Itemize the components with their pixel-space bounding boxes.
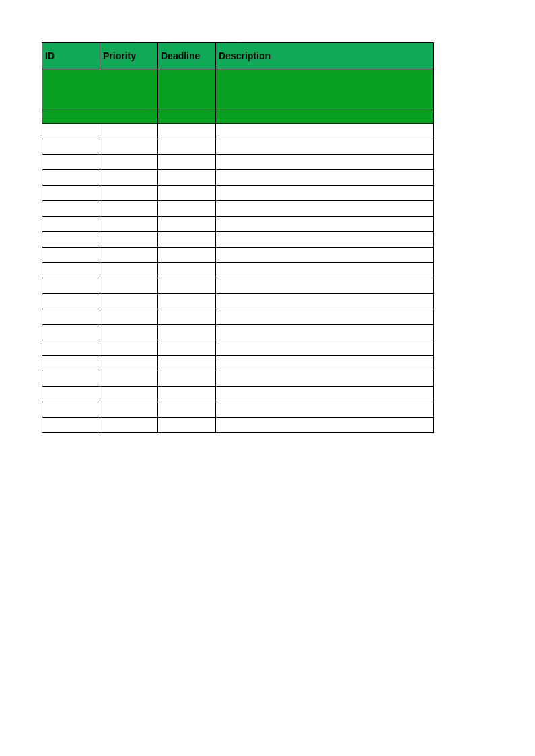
cell-deadline[interactable] bbox=[158, 294, 216, 309]
cell-description[interactable] bbox=[216, 325, 434, 340]
cell-deadline[interactable] bbox=[158, 418, 216, 433]
cell-description[interactable] bbox=[216, 232, 434, 248]
cell-priority[interactable] bbox=[100, 294, 158, 309]
table-row[interactable] bbox=[42, 155, 434, 170]
cell-deadline[interactable] bbox=[158, 325, 216, 340]
cell-priority[interactable] bbox=[100, 309, 158, 325]
cell-priority[interactable] bbox=[100, 371, 158, 387]
table-row[interactable] bbox=[42, 340, 434, 356]
cell-priority[interactable] bbox=[100, 418, 158, 433]
cell-deadline[interactable] bbox=[158, 155, 216, 170]
cell-description[interactable] bbox=[216, 340, 434, 356]
table-row[interactable] bbox=[42, 325, 434, 340]
cell-description[interactable] bbox=[216, 278, 434, 294]
cell-deadline[interactable] bbox=[158, 278, 216, 294]
cell-id[interactable] bbox=[42, 263, 100, 278]
cell-description[interactable] bbox=[216, 139, 434, 155]
cell-id[interactable] bbox=[42, 278, 100, 294]
cell-priority[interactable] bbox=[100, 402, 158, 418]
table-row[interactable] bbox=[42, 124, 434, 139]
table-row[interactable] bbox=[42, 217, 434, 232]
table-row[interactable] bbox=[42, 278, 434, 294]
cell-description[interactable] bbox=[216, 387, 434, 402]
cell-id[interactable] bbox=[42, 248, 100, 263]
table-row[interactable] bbox=[42, 139, 434, 155]
cell-priority[interactable] bbox=[100, 278, 158, 294]
table-row[interactable] bbox=[42, 248, 434, 263]
cell-priority[interactable] bbox=[100, 139, 158, 155]
cell-priority[interactable] bbox=[100, 356, 158, 371]
cell-priority[interactable] bbox=[100, 387, 158, 402]
table-row[interactable] bbox=[42, 201, 434, 217]
cell-id[interactable] bbox=[42, 201, 100, 217]
cell-priority[interactable] bbox=[100, 325, 158, 340]
table-row[interactable] bbox=[42, 371, 434, 387]
cell-deadline[interactable] bbox=[158, 263, 216, 278]
cell-description[interactable] bbox=[216, 248, 434, 263]
cell-id[interactable] bbox=[42, 325, 100, 340]
table-row[interactable] bbox=[42, 309, 434, 325]
cell-priority[interactable] bbox=[100, 124, 158, 139]
cell-id[interactable] bbox=[42, 356, 100, 371]
cell-id[interactable] bbox=[42, 155, 100, 170]
table-row[interactable] bbox=[42, 294, 434, 309]
cell-id[interactable] bbox=[42, 186, 100, 201]
cell-deadline[interactable] bbox=[158, 217, 216, 232]
cell-deadline[interactable] bbox=[158, 139, 216, 155]
cell-deadline[interactable] bbox=[158, 387, 216, 402]
cell-description[interactable] bbox=[216, 402, 434, 418]
cell-priority[interactable] bbox=[100, 248, 158, 263]
cell-description[interactable] bbox=[216, 170, 434, 186]
cell-description[interactable] bbox=[216, 309, 434, 325]
cell-description[interactable] bbox=[216, 263, 434, 278]
cell-description[interactable] bbox=[216, 186, 434, 201]
cell-description[interactable] bbox=[216, 418, 434, 433]
cell-id[interactable] bbox=[42, 124, 100, 139]
cell-description[interactable] bbox=[216, 155, 434, 170]
cell-deadline[interactable] bbox=[158, 356, 216, 371]
table-row[interactable] bbox=[42, 356, 434, 371]
cell-deadline[interactable] bbox=[158, 186, 216, 201]
cell-priority[interactable] bbox=[100, 201, 158, 217]
cell-id[interactable] bbox=[42, 387, 100, 402]
cell-id[interactable] bbox=[42, 371, 100, 387]
cell-id[interactable] bbox=[42, 294, 100, 309]
cell-deadline[interactable] bbox=[158, 201, 216, 217]
table-row[interactable] bbox=[42, 402, 434, 418]
cell-deadline[interactable] bbox=[158, 248, 216, 263]
cell-priority[interactable] bbox=[100, 340, 158, 356]
cell-description[interactable] bbox=[216, 356, 434, 371]
cell-priority[interactable] bbox=[100, 186, 158, 201]
cell-description[interactable] bbox=[216, 371, 434, 387]
cell-id[interactable] bbox=[42, 309, 100, 325]
cell-description[interactable] bbox=[216, 294, 434, 309]
cell-description[interactable] bbox=[216, 201, 434, 217]
cell-deadline[interactable] bbox=[158, 170, 216, 186]
cell-priority[interactable] bbox=[100, 232, 158, 248]
cell-priority[interactable] bbox=[100, 155, 158, 170]
cell-description[interactable] bbox=[216, 124, 434, 139]
cell-id[interactable] bbox=[42, 340, 100, 356]
table-row[interactable] bbox=[42, 186, 434, 201]
table-row[interactable] bbox=[42, 263, 434, 278]
cell-priority[interactable] bbox=[100, 217, 158, 232]
cell-deadline[interactable] bbox=[158, 402, 216, 418]
table-row[interactable] bbox=[42, 418, 434, 433]
cell-id[interactable] bbox=[42, 170, 100, 186]
cell-deadline[interactable] bbox=[158, 371, 216, 387]
table-row[interactable] bbox=[42, 170, 434, 186]
cell-priority[interactable] bbox=[100, 170, 158, 186]
cell-id[interactable] bbox=[42, 418, 100, 433]
cell-id[interactable] bbox=[42, 232, 100, 248]
cell-deadline[interactable] bbox=[158, 340, 216, 356]
cell-id[interactable] bbox=[42, 139, 100, 155]
cell-description[interactable] bbox=[216, 217, 434, 232]
cell-deadline[interactable] bbox=[158, 309, 216, 325]
cell-deadline[interactable] bbox=[158, 124, 216, 139]
cell-priority[interactable] bbox=[100, 263, 158, 278]
cell-id[interactable] bbox=[42, 217, 100, 232]
cell-id[interactable] bbox=[42, 402, 100, 418]
table-row[interactable] bbox=[42, 387, 434, 402]
cell-deadline[interactable] bbox=[158, 232, 216, 248]
table-row[interactable] bbox=[42, 232, 434, 248]
